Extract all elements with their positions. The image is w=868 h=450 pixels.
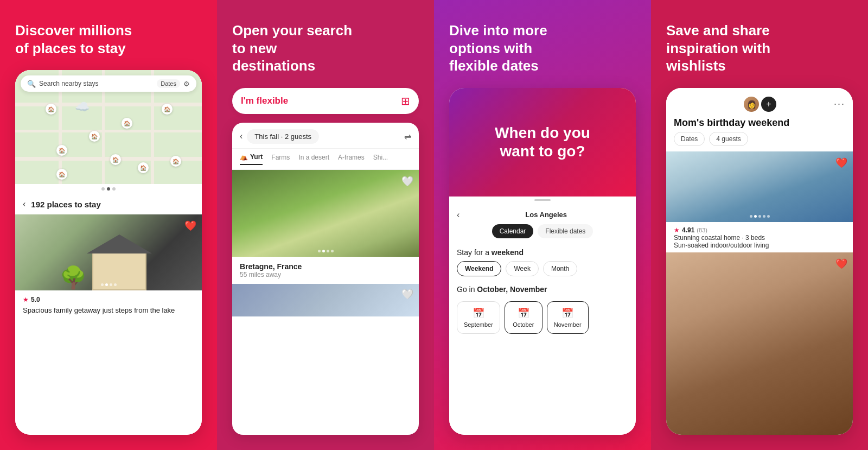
img-dot xyxy=(327,250,329,252)
second-listing-heart[interactable]: 🤍 xyxy=(401,288,413,300)
more-menu: ··· xyxy=(776,98,845,110)
map-pin: 🏠 xyxy=(170,156,181,167)
map-pin: 🏠 xyxy=(122,118,132,129)
filter-icon[interactable]: ⚙ xyxy=(183,80,190,88)
property-image: 🌳 ❤️ xyxy=(15,214,202,290)
month-november[interactable]: 📅 November xyxy=(547,301,589,334)
cal-back-btn[interactable]: ‹ xyxy=(457,210,459,220)
tab-aframes[interactable]: A-frames xyxy=(338,153,365,165)
coastal-image xyxy=(666,151,853,222)
calendar-icon-sep: 📅 xyxy=(473,307,484,319)
panel-2-title: Open your search to new destinations xyxy=(232,22,362,75)
yurt-label: Yurt xyxy=(250,153,263,161)
category-tabs: ⛺ Yurt Farms In a desert A-frames Shi... xyxy=(232,149,419,170)
month-september[interactable]: 📅 September xyxy=(457,301,500,334)
filter-icon-2[interactable]: ⇌ xyxy=(404,131,411,142)
tab-yurt[interactable]: ⛺ Yurt xyxy=(240,153,263,165)
listing-distance: 55 miles away xyxy=(240,271,411,278)
wl-rating: ★ 4.91 (83) xyxy=(674,226,845,234)
week-btn[interactable]: Week xyxy=(506,261,538,276)
wishlist-image-1: ❤️ xyxy=(666,151,853,222)
property-description: Spacious family getaway just steps from … xyxy=(23,306,194,315)
listing-image: 🤍 xyxy=(232,170,419,257)
back-button[interactable]: ‹ xyxy=(23,199,25,209)
add-avatar-button[interactable]: + xyxy=(761,97,776,112)
wishlist-card-1: ❤️ ★ 4.91 (83) Stunning coastal home · 3… xyxy=(666,151,853,252)
map-pin: 🏠 xyxy=(162,104,173,115)
listing-img-bg xyxy=(232,170,419,257)
calendar-icon-oct: 📅 xyxy=(518,307,529,319)
listing-heart[interactable]: 🤍 xyxy=(401,175,413,187)
dates-tag[interactable]: Dates xyxy=(674,132,705,146)
map-area: 🏠 🏠 🏠 🏠 🏠 🏠 🏠 🏠 🏠 ☁️ 🔍 Search nearby sta… xyxy=(15,70,202,184)
avatar: 👩 xyxy=(743,96,760,113)
scroll-bar xyxy=(534,199,551,201)
month-october[interactable]: 📅 October xyxy=(505,301,542,334)
panel-3: Dive into more options with flexible dat… xyxy=(434,0,651,450)
rating: ★ 5.0 xyxy=(23,296,194,303)
tab-desert[interactable]: In a desert xyxy=(298,153,329,165)
rating-value: 4.91 xyxy=(682,226,694,234)
tab-calendar[interactable]: Calendar xyxy=(492,224,534,238)
star-icon: ★ xyxy=(23,296,29,303)
wishlist-header: 👩 + ··· xyxy=(666,88,853,117)
calendar-header: ‹ Los Angeles xyxy=(449,204,636,224)
phone-4: 👩 + ··· Mom's birthday weekend Dates 4 g… xyxy=(666,88,853,435)
phone-2: ‹ This fall · 2 guests ⇌ ⛺ Yurt Farms In… xyxy=(232,123,419,435)
map-pin: 🏠 xyxy=(89,131,100,142)
panel-1: Discover millions of places to stay 🏠 🏠 … xyxy=(0,0,217,450)
tab-farms[interactable]: Farms xyxy=(271,153,290,165)
phone-3: When do you want to go? ‹ Los Angeles Ca… xyxy=(449,88,636,435)
flexible-label: I'm flexible xyxy=(241,96,288,106)
search-bar[interactable]: 🔍 Search nearby stays Dates ⚙ xyxy=(21,75,196,92)
wishlist-tags: Dates 4 guests xyxy=(666,132,853,151)
wishlist-image-2: ❤️ xyxy=(666,252,853,435)
wishlist-heart-2[interactable]: ❤️ xyxy=(835,258,847,270)
scroll-indicator-2 xyxy=(449,197,636,204)
tab-flexible[interactable]: Flexible dates xyxy=(538,224,593,238)
property-sub: Sun-soaked indoor/outdoor living xyxy=(674,242,845,249)
city-name: Los Angeles xyxy=(464,211,628,219)
more-button[interactable]: ··· xyxy=(834,98,845,110)
map-pin: 🏠 xyxy=(110,154,121,165)
calendar-icon-nov: 📅 xyxy=(561,307,573,319)
back-button-2[interactable]: ‹ xyxy=(240,131,242,141)
img-dot xyxy=(750,215,752,218)
map-pin: 🏠 xyxy=(46,104,56,115)
img-dot-active xyxy=(322,250,325,252)
second-wl-image xyxy=(666,252,853,435)
scroll-dot-active xyxy=(107,187,110,191)
duration-buttons: Weekend Week Month xyxy=(449,261,636,282)
weekend-btn[interactable]: Weekend xyxy=(457,261,501,276)
tab-more[interactable]: Shi... xyxy=(373,153,388,165)
month-btn[interactable]: Month xyxy=(543,261,577,276)
dates-button[interactable]: Dates xyxy=(157,79,180,88)
guests-tag[interactable]: 4 guests xyxy=(709,132,748,146)
desert-label: In a desert xyxy=(298,154,329,161)
property-name: Stunning coastal home · 3 beds xyxy=(674,234,845,242)
go-months: October, November xyxy=(477,285,547,294)
panel-4-title: Save and share inspiration with wishlist… xyxy=(666,22,796,75)
star-icon: ★ xyxy=(674,226,680,234)
heart-button[interactable]: ❤️ xyxy=(184,220,196,232)
when-line2: want to go? xyxy=(500,143,585,160)
map-pin: 🏠 xyxy=(138,162,149,173)
farms-label: Farms xyxy=(271,154,290,161)
september-label: September xyxy=(464,321,493,328)
search-icon: 🔍 xyxy=(27,80,36,88)
second-listing: 🤍 xyxy=(232,284,419,316)
november-label: November xyxy=(554,321,582,328)
panel-1-title: Discover millions of places to stay xyxy=(15,22,145,57)
flexible-bar[interactable]: I'm flexible ⊞ xyxy=(232,88,419,114)
img-dot xyxy=(763,215,765,218)
listing-name: Bretagne, France xyxy=(240,262,411,271)
rating-number: 5.0 xyxy=(31,296,40,303)
listing-img-dots xyxy=(232,250,419,252)
date-tabs: Calendar Flexible dates xyxy=(449,224,636,244)
wishlist-heart-1[interactable]: ❤️ xyxy=(835,157,847,169)
search-params-text: This fall · 2 guests xyxy=(254,132,311,141)
search-params-pill[interactable]: This fall · 2 guests xyxy=(247,129,319,144)
more-label: Shi... xyxy=(373,154,388,161)
calendar-section: ‹ Los Angeles Calendar Flexible dates St… xyxy=(449,204,636,435)
phone2-header: ‹ This fall · 2 guests ⇌ xyxy=(232,123,419,149)
